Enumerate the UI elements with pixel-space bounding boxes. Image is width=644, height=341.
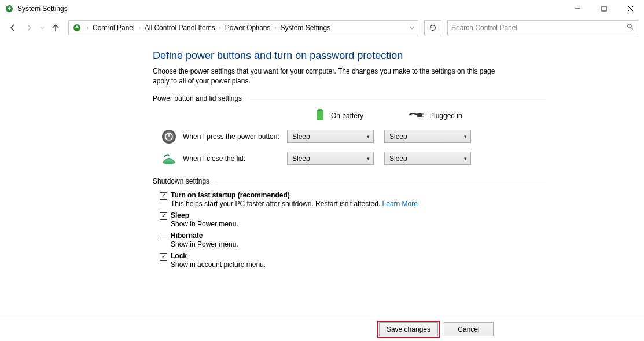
col-battery-label: On battery [331,112,363,120]
lid-icon [160,149,178,168]
search-placeholder: Search Control Panel [451,24,517,32]
power-button-battery-select[interactable]: Sleep ▾ [287,130,374,143]
up-button[interactable] [49,21,62,35]
select-value: Sleep [389,133,407,141]
fast-startup-checkbox[interactable]: ✓ [160,192,167,200]
hibernate-checkbox[interactable] [160,233,167,240]
forward-button[interactable] [22,21,36,35]
chevron-right-icon[interactable]: › [218,25,223,31]
cancel-button[interactable]: Cancel [444,322,494,336]
svg-rect-11 [317,111,323,120]
location-icon [71,22,83,34]
page-description: Choose the power settings that you want … [153,67,511,86]
power-button-plugged-select[interactable]: Sleep ▾ [384,130,471,143]
close-button[interactable] [617,0,644,17]
window-title: System Settings [17,5,68,13]
section-title-label: Shutdown settings [153,177,209,185]
breadcrumb-segment[interactable]: System Settings [278,23,333,33]
checkbox-label: Turn on fast startup (recommended) [171,191,290,199]
sleep-checkbox[interactable]: ✓ [160,212,167,220]
checkbox-label: Sleep [171,211,189,219]
checkbox-label: Hibernate [171,232,203,240]
page-heading: Define power buttons and turn on passwor… [153,50,546,62]
select-value: Sleep [292,155,310,163]
lock-checkbox[interactable]: ✓ [160,253,167,261]
checkbox-sub: This helps start your PC faster after sh… [171,200,546,208]
svg-rect-12 [417,113,422,117]
setting-row-close-lid: When I close the lid: Sleep ▾ Sleep ▾ [160,149,546,168]
address-bar[interactable]: › Control Panel › All Control Panel Item… [68,20,418,35]
setting-row-power-button: When I press the power button: Sleep ▾ S… [160,127,546,146]
close-lid-plugged-select[interactable]: Sleep ▾ [384,152,471,165]
svg-line-8 [631,27,632,29]
search-input[interactable]: Search Control Panel [447,20,638,35]
select-value: Sleep [389,155,407,163]
svg-rect-9 [318,109,322,110]
power-button-icon [160,127,178,146]
checkbox-subtext: This helps start your PC faster after sh… [171,200,382,208]
checkbox-sub: Show in Power menu. [171,240,546,248]
chevron-down-icon: ▾ [367,156,370,162]
refresh-button[interactable] [424,20,441,35]
chevron-down-icon: ▾ [367,134,370,140]
content-area: Define power buttons and turn on passwor… [0,38,644,269]
recent-dropdown[interactable] [38,21,46,35]
footer: Save changes Cancel [0,317,644,341]
svg-point-7 [628,24,632,28]
divider [215,181,546,181]
maximize-button[interactable] [591,0,617,17]
battery-icon [315,108,325,124]
learn-more-link[interactable]: Learn More [382,200,418,208]
breadcrumb-segment[interactable]: All Control Panel Items [142,23,218,33]
address-dropdown[interactable] [405,25,418,30]
chevron-right-icon[interactable]: › [137,25,142,31]
checkbox-label: Lock [171,252,187,260]
plug-icon [407,111,424,122]
chevron-right-icon[interactable]: › [273,25,278,31]
close-lid-battery-select[interactable]: Sleep ▾ [287,152,374,165]
save-changes-button[interactable]: Save changes [379,322,438,336]
svg-rect-3 [602,6,606,11]
divider [248,98,546,98]
section-title-shutdown: Shutdown settings [153,177,546,185]
breadcrumb-segment[interactable]: Power Options [223,23,273,33]
nav-row: › Control Panel › All Control Panel Item… [0,17,644,38]
checkbox-sub: Show in Power menu. [171,220,546,228]
col-plugged-label: Plugged in [429,112,462,120]
chevron-down-icon: ▾ [464,134,467,140]
app-icon [5,4,14,13]
search-icon [627,23,634,32]
breadcrumb-segment[interactable]: Control Panel [90,23,137,33]
checkbox-sub: Show in account picture menu. [171,261,546,269]
checkbox-row-lock: ✓ Lock [160,252,546,261]
svg-rect-1 [9,8,10,10]
section-title-power: Power button and lid settings [153,94,546,102]
back-button[interactable] [6,21,20,35]
checkbox-row-hibernate: Hibernate [160,232,546,240]
minimize-button[interactable] [564,0,591,17]
setting-label: When I close the lid: [183,155,287,163]
select-value: Sleep [292,133,310,141]
section-title-label: Power button and lid settings [153,94,242,102]
checkbox-row-fast-startup: ✓ Turn on fast startup (recommended) [160,191,546,200]
titlebar: System Settings [0,0,644,17]
checkbox-row-sleep: ✓ Sleep [160,211,546,220]
chevron-down-icon: ▾ [464,156,467,162]
setting-label: When I press the power button: [183,133,287,141]
column-headers: On battery Plugged in [280,108,546,124]
chevron-right-icon[interactable]: › [85,25,90,31]
window-controls [564,0,644,17]
